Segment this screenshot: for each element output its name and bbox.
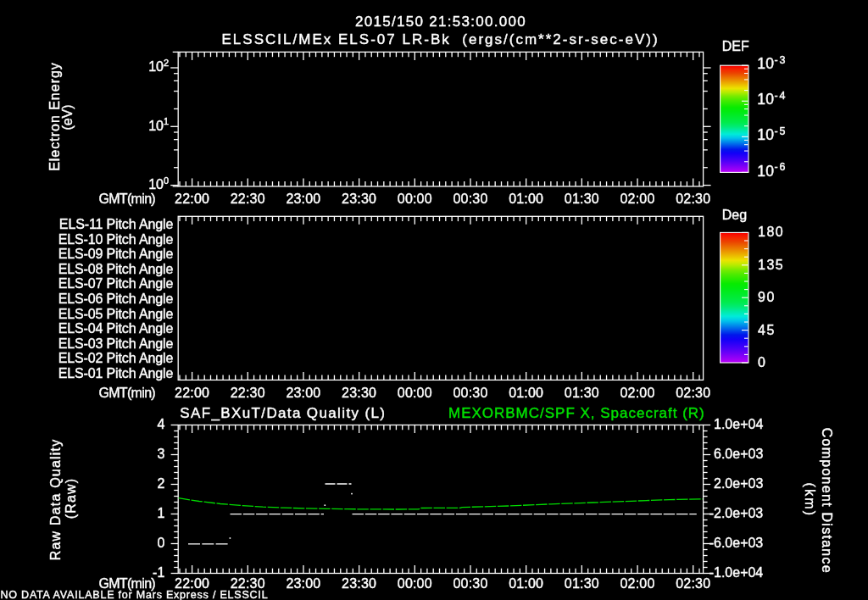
svg-text:22:30: 22:30: [231, 192, 265, 206]
svg-text:90: 90: [758, 290, 776, 304]
svg-text:GMT(min): GMT(min): [98, 192, 155, 206]
svg-text:-2.0e+03: -2.0e+03: [709, 506, 764, 520]
svg-text:SAF_BXuT/Data Quality (L): SAF_BXuT/Data Quality (L): [180, 405, 386, 421]
svg-text:Raw Data Quality: Raw Data Quality: [48, 439, 63, 561]
svg-text:22:00: 22:00: [175, 386, 209, 400]
svg-text:02:00: 02:00: [620, 386, 655, 400]
svg-text:MEXORBMC/SPF X, Spacecraft (R): MEXORBMC/SPF X, Spacecraft (R): [448, 405, 705, 421]
svg-text:01:30: 01:30: [565, 386, 599, 400]
svg-text:6.0e+03: 6.0e+03: [714, 447, 763, 461]
svg-text:ELS-11 Pitch Angle: ELS-11 Pitch Angle: [59, 217, 174, 231]
svg-text:ELS-10 Pitch Angle: ELS-10 Pitch Angle: [58, 232, 174, 247]
svg-text:ELS-06 Pitch Angle: ELS-06 Pitch Angle: [58, 292, 174, 306]
svg-text:02:30: 02:30: [676, 576, 710, 591]
svg-text:02:30: 02:30: [676, 192, 710, 206]
svg-text:Component Distance: Component Distance: [820, 428, 834, 574]
svg-text:23:00: 23:00: [286, 192, 320, 206]
svg-text:22:30: 22:30: [231, 386, 265, 400]
svg-text:1.0e+04: 1.0e+04: [714, 417, 763, 431]
svg-text:3: 3: [157, 447, 164, 461]
svg-text:00:30: 00:30: [453, 576, 487, 591]
svg-text:2.0e+03: 2.0e+03: [714, 476, 763, 491]
svg-text:(km): (km): [803, 483, 817, 518]
svg-text:02:00: 02:00: [620, 192, 655, 206]
svg-text:2: 2: [157, 476, 164, 491]
svg-text:2015/150 21:53:00.000: 2015/150 21:53:00.000: [355, 14, 526, 30]
svg-text:-1.0e+04: -1.0e+04: [709, 565, 764, 580]
svg-text:ELS-09 Pitch Angle: ELS-09 Pitch Angle: [58, 247, 174, 261]
svg-text:01:00: 01:00: [509, 386, 543, 400]
svg-text:(Raw): (Raw): [64, 478, 78, 519]
svg-text:ELS-02 Pitch Angle: ELS-02 Pitch Angle: [58, 351, 174, 365]
svg-text:01:00: 01:00: [509, 192, 543, 206]
svg-text:180: 180: [758, 225, 784, 239]
svg-text:ELS-05 Pitch Angle: ELS-05 Pitch Angle: [58, 307, 174, 321]
svg-text:00:00: 00:00: [398, 386, 432, 400]
svg-text:GMT(min): GMT(min): [98, 386, 155, 400]
svg-text:ELS-07 Pitch Angle: ELS-07 Pitch Angle: [58, 276, 174, 291]
svg-text:ELS-08 Pitch Angle: ELS-08 Pitch Angle: [58, 262, 174, 276]
svg-text:Electron Energy: Electron Energy: [47, 62, 62, 171]
svg-text:45: 45: [758, 323, 776, 337]
svg-text:23:00: 23:00: [286, 576, 320, 591]
svg-text:23:00: 23:00: [286, 386, 320, 400]
svg-text:22:00: 22:00: [175, 192, 209, 206]
svg-text:0: 0: [758, 355, 766, 369]
svg-text:01:30: 01:30: [565, 576, 599, 591]
svg-text:01:00: 01:00: [509, 576, 543, 591]
svg-text:00:30: 00:30: [453, 192, 487, 206]
svg-text:Deg: Deg: [722, 208, 747, 222]
svg-text:135: 135: [758, 258, 784, 272]
svg-text:ELS-03 Pitch Angle: ELS-03 Pitch Angle: [58, 336, 174, 351]
svg-text:23:30: 23:30: [342, 386, 376, 400]
svg-text:DEF: DEF: [722, 39, 749, 53]
svg-text:00:00: 00:00: [398, 576, 432, 591]
svg-text:-6.0e+03: -6.0e+03: [709, 536, 764, 550]
svg-text:-1: -1: [153, 565, 164, 580]
svg-text:1: 1: [157, 506, 164, 520]
svg-text:ELS-04 Pitch Angle: ELS-04 Pitch Angle: [58, 321, 174, 336]
svg-text:ELSSCIL/MEx ELS-07 LR-Bk (erg: ELSSCIL/MEx ELS-07 LR-Bk (ergs/(cm**2-sr…: [222, 31, 659, 47]
svg-text:(eV): (eV): [60, 104, 75, 130]
svg-text:NO DATA AVAILABLE for Mars Exp: NO DATA AVAILABLE for Mars Express / ELS…: [1, 589, 269, 600]
svg-text:01:30: 01:30: [565, 192, 599, 206]
svg-text:0: 0: [157, 536, 164, 550]
svg-text:4: 4: [157, 417, 164, 431]
svg-text:02:00: 02:00: [620, 576, 655, 591]
svg-text:00:00: 00:00: [398, 192, 432, 206]
svg-text:ELS-01 Pitch Angle: ELS-01 Pitch Angle: [58, 366, 174, 381]
svg-text:23:30: 23:30: [342, 192, 376, 206]
svg-text:00:30: 00:30: [453, 386, 487, 400]
svg-text:02:30: 02:30: [676, 386, 710, 400]
svg-text:23:30: 23:30: [342, 576, 376, 591]
